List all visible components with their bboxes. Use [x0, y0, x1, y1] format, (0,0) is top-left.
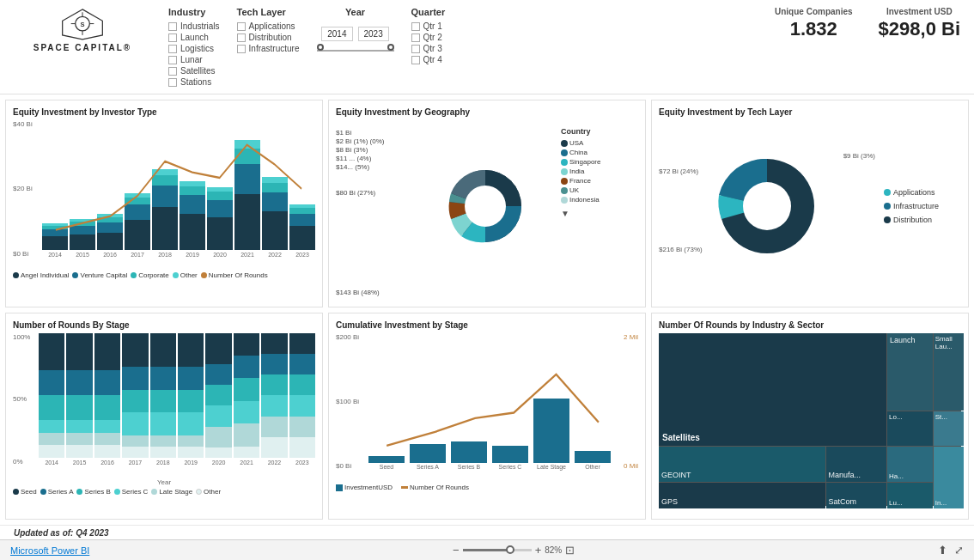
industry-satellites[interactable]: Satellites — [168, 66, 220, 76]
cumulative-panel: Cumulative Investment by Stage $200 Bi $… — [328, 313, 646, 520]
investment-label: Investment USD — [886, 7, 953, 16]
country-legend: Country USA China Singapore India France… — [561, 120, 638, 292]
treemap-in[interactable]: In... — [934, 447, 964, 508]
country-dropdown-arrow[interactable]: ▼ — [561, 209, 638, 218]
investor-legend: Angel Individual Venture Capital Corpora… — [13, 271, 315, 279]
country-indonesia: Indonesia — [561, 196, 638, 204]
industry-filter: Industry Industrials Launch Logistics Lu… — [168, 7, 220, 87]
year-slider-container[interactable] — [317, 46, 394, 52]
year-range: 2014 2023 — [321, 27, 389, 41]
rounds-bar-2019: 2019 — [178, 333, 204, 466]
tech-layer-title: Tech Layer — [237, 7, 300, 17]
quarter-filter: Quarter Qtr 1 Qtr 2 Qtr 3 Qtr 4 — [411, 7, 446, 64]
cumulative-title: Cumulative Investment by Stage — [336, 320, 638, 330]
tech-applications[interactable]: Applications — [237, 21, 300, 31]
cumulative-line-overlay — [368, 333, 611, 471]
treemap-satcom[interactable]: SatCom — [826, 483, 886, 508]
y-axis: $40 Bi $20 Bi $0 Bi — [13, 120, 40, 258]
rounds-bar-2016: 2016 — [94, 333, 120, 466]
zoom-plus-button[interactable]: + — [535, 544, 542, 557]
country-china: China — [561, 149, 638, 156]
year-filter: Year 2014 2023 — [317, 7, 394, 52]
checkbox-satellites — [168, 67, 177, 76]
powerbi-link[interactable]: Microsoft Power BI — [10, 545, 89, 556]
treemap-satellites[interactable]: Satellites — [659, 333, 886, 447]
metrics: Unique Companies 1.832 Investment USD $2… — [775, 7, 960, 40]
zoom-slider[interactable] — [463, 549, 532, 551]
industry-industrials[interactable]: Industrials — [168, 21, 220, 31]
industry-stations[interactable]: Stations — [168, 77, 220, 87]
donut-left-labels: $1 Bi $2 Bi (1%) (0%) $8 Bi (3%) $11 ...… — [336, 120, 409, 292]
treemap-manufa[interactable]: Manufa... — [826, 447, 886, 481]
treemap-launch[interactable]: Launch — [887, 333, 933, 411]
quarter-qtr4[interactable]: Qtr 4 — [411, 55, 446, 64]
tech-distribution[interactable]: Distribution — [237, 33, 300, 42]
treemap-st[interactable]: St... — [934, 411, 964, 446]
fullscreen-icon[interactable]: ⤢ — [954, 544, 964, 557]
cumulative-chart-area: $200 Bi $100 Bi $0 Bi 2 Mil 0 Mil Seed — [336, 333, 638, 483]
year-slider-left[interactable] — [317, 44, 324, 51]
tech-layer-filter: Tech Layer Applications Distribution Inf… — [237, 7, 300, 53]
donut-svg-container — [412, 120, 557, 292]
year-slider-right[interactable] — [387, 44, 394, 51]
rounds-bar-2020: 2020 — [205, 333, 231, 466]
checkbox-distribution — [237, 33, 246, 42]
rounds-bar-2021: 2021 — [234, 333, 259, 466]
zoom-handle[interactable] — [506, 545, 514, 554]
logo-text: SPACE CAPITAL® — [33, 43, 131, 52]
rounds-stage-title: Number of Rounds By Stage — [13, 320, 315, 330]
zoom-percent: 82% — [545, 545, 562, 555]
country-france: France — [561, 177, 638, 185]
rounds-legend: Seed Series A Series B Series C Late Sta… — [13, 488, 315, 496]
year-to[interactable]: 2023 — [358, 27, 389, 41]
line-chart-overlay — [42, 120, 315, 258]
industry-launch[interactable]: Launch — [168, 33, 220, 42]
treemap-geoint[interactable]: GEOINT — [659, 447, 825, 481]
tech-label-73: $216 Bi (73%) — [659, 246, 703, 253]
tech-donut-container: $216 Bi (73%) $72 Bi (24%) $9 Bi (3%) — [659, 150, 875, 262]
treemap-ha[interactable]: Ha... — [887, 447, 933, 481]
treemap-gps[interactable]: GPS — [659, 483, 825, 508]
rounds-bar-2023: 2023 — [289, 333, 315, 466]
tech-layer-panel: Equity Investment by Tech Layer $216 Bi — [651, 100, 969, 307]
quarter-qtr1[interactable]: Qtr 1 — [411, 21, 446, 31]
rounds-x-axis-label: Year — [13, 478, 315, 486]
tech-chart-inner: $216 Bi (73%) $72 Bi (24%) $9 Bi (3%) Ap… — [659, 120, 961, 292]
checkbox-launch — [168, 33, 177, 42]
cumulative-y-right: 2 Mil 0 Mil — [612, 333, 638, 471]
updated-text: Updated as of: Q4 2023 — [7, 526, 116, 540]
country-label: Country — [561, 127, 638, 136]
treemap-title: Number Of Rounds by Industry & Sector — [659, 320, 961, 330]
geography-panel: Equity Investment by Geography $1 Bi $2 … — [328, 100, 646, 307]
checkbox-qtr3 — [411, 45, 420, 53]
legend-other-investor: Other — [173, 271, 198, 279]
tech-legend-distribution: Distribution — [884, 216, 961, 224]
legend-corporate: Corporate — [131, 271, 169, 279]
zoom-minus-button[interactable]: − — [453, 544, 460, 557]
rounds-stage-chart-area: 100% 50% 0% — [13, 333, 315, 478]
tech-infrastructure[interactable]: Infrastructure — [237, 44, 300, 53]
country-uk: UK — [561, 186, 638, 194]
fit-page-icon[interactable]: ⊡ — [565, 544, 575, 557]
share-icon[interactable]: ⬆ — [938, 544, 947, 557]
rounds-bar-2014: 2014 — [39, 333, 64, 466]
main-container: S SPACE CAPITAL® Industry Industrials La… — [0, 0, 974, 560]
checkbox-qtr2 — [411, 33, 420, 42]
tech-legend-applications: Applications — [884, 188, 961, 197]
industry-lunar[interactable]: Lunar — [168, 55, 220, 64]
tech-legend-infrastructure: Infrastructure — [884, 202, 961, 210]
zoom-slider-fill — [463, 549, 510, 551]
industry-logistics[interactable]: Logistics — [168, 44, 220, 53]
treemap-small-launch[interactable]: Small Lau... — [934, 333, 964, 411]
cumulative-legend: InvestmentUSD Number Of Rounds — [336, 484, 638, 491]
quarter-qtr3[interactable]: Qtr 3 — [411, 44, 446, 53]
quarter-qtr2[interactable]: Qtr 2 — [411, 33, 446, 42]
treemap-lo[interactable]: Lo... — [887, 411, 933, 446]
unique-companies-label: Unique Companies — [775, 7, 853, 16]
investor-chart-area: $40 Bi $20 Bi $0 Bi 2014 — [13, 120, 315, 270]
legend-angel: Angel Individual — [13, 271, 69, 279]
treemap-lu[interactable]: Lu... — [887, 483, 933, 508]
svg-point-4 — [743, 182, 791, 230]
logo-icon: S — [61, 7, 104, 41]
year-from[interactable]: 2014 — [321, 27, 352, 41]
